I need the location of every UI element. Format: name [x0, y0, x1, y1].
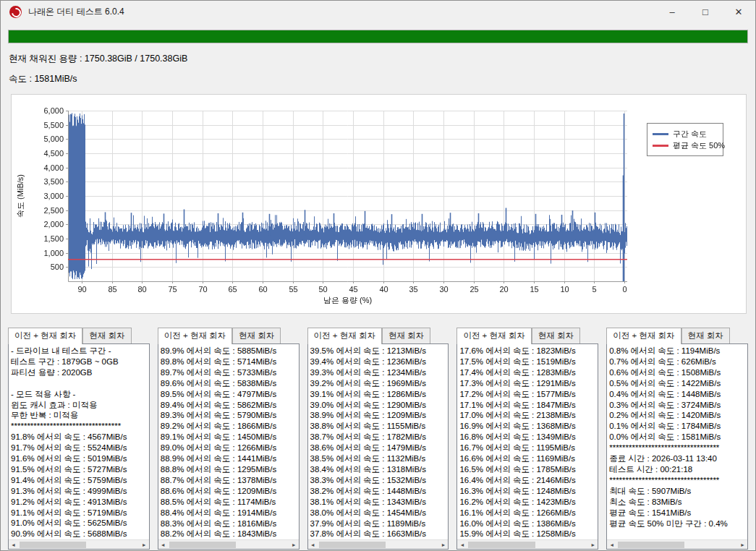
list-row[interactable]: 17.0% 에서의 속도 : 2138MiB/s — [459, 410, 598, 421]
list-row[interactable]: 파티션 용량 : 2020GB — [11, 367, 149, 378]
list-row[interactable]: 89.6% 에서의 속도 : 5838MiB/s — [161, 378, 299, 389]
list-row[interactable]: 테스트 시간 : 00:21:18 — [609, 464, 747, 475]
list-row[interactable]: 91.8% 에서의 속도 : 4567MiB/s — [11, 432, 149, 443]
list-row[interactable]: 16.4% 에서의 속도 : 2146MiB/s — [459, 475, 598, 486]
list-row[interactable]: 17.2% 에서의 속도 : 1577MiB/s — [459, 389, 598, 400]
list-row[interactable]: 17.4% 에서의 속도 : 1283MiB/s — [459, 367, 598, 378]
result-listbox[interactable]: 17.6% 에서의 속도 : 1823MiB/s17.5% 에서의 속도 : 1… — [456, 343, 598, 550]
list-row[interactable]: 16.8% 에서의 속도 : 1349MiB/s — [459, 432, 598, 443]
list-row[interactable]: 88.8% 에서의 속도 : 1295MiB/s — [161, 464, 299, 475]
list-row[interactable]: 38.7% 에서의 속도 : 1782MiB/s — [310, 432, 449, 443]
maximize-button[interactable]: □ — [689, 1, 722, 22]
scrollbar-thumb[interactable] — [319, 542, 386, 548]
list-row[interactable]: 15.9% 에서의 속도 : 1258MiB/s — [459, 529, 598, 539]
scrollbar-thumb[interactable] — [20, 542, 86, 548]
list-row[interactable]: 17.5% 에서의 속도 : 1519MiB/s — [459, 356, 598, 367]
list-row[interactable]: 17.3% 에서의 속도 : 1291MiB/s — [459, 378, 598, 389]
list-row[interactable]: 89.9% 에서의 속도 : 5885MiB/s — [161, 346, 299, 356]
list-row[interactable]: 38.0% 에서의 속도 : 1454MiB/s — [310, 508, 449, 518]
list-row[interactable]: 91.2% 에서의 속도 : 4913MiB/s — [11, 497, 149, 508]
list-row[interactable]: 0.3% 에서의 속도 : 3724MiB/s — [609, 400, 747, 411]
list-row[interactable]: 39.3% 에서의 속도 : 1234MiB/s — [310, 367, 449, 378]
list-row[interactable]: 0.8% 에서의 속도 : 1194MiB/s — [609, 346, 747, 356]
list-row[interactable]: 16.3% 에서의 속도 : 1248MiB/s — [459, 486, 598, 497]
list-row[interactable]: 89.3% 에서의 속도 : 5790MiB/s — [161, 410, 299, 421]
list-row[interactable]: 16.0% 에서의 속도 : 1386MiB/s — [459, 518, 598, 529]
list-row[interactable]: 38.6% 에서의 속도 : 1479MiB/s — [310, 443, 449, 453]
list-row[interactable]: 16.5% 에서의 속도 : 1785MiB/s — [459, 464, 598, 475]
tab-previous-plus-current[interactable]: 이전 + 현재 회차 — [158, 328, 232, 344]
tab-current[interactable]: 현재 회차 — [82, 328, 131, 343]
list-row[interactable]: 38.4% 에서의 속도 : 1318MiB/s — [310, 464, 449, 475]
list-row[interactable]: 평균 속도 : 1541MiB/s — [609, 508, 747, 518]
list-row[interactable]: 38.5% 에서의 속도 : 1132MiB/s — [310, 453, 449, 464]
close-button[interactable]: ✕ — [722, 1, 755, 22]
list-row[interactable]: 0.2% 에서의 속도 : 1420MiB/s — [609, 410, 747, 421]
list-row[interactable]: 평균 속도 50% 미만 구간 : 0.4% — [609, 518, 747, 529]
list-row[interactable]: - 모드 적용 사항 - — [11, 389, 149, 400]
result-listbox[interactable]: 89.9% 에서의 속도 : 5885MiB/s89.8% 에서의 속도 : 5… — [158, 343, 300, 550]
list-row[interactable]: 88.5% 에서의 속도 : 1174MiB/s — [161, 497, 299, 508]
list-row[interactable]: 16.6% 에서의 속도 : 1169MiB/s — [459, 453, 598, 464]
list-row[interactable]: 16.2% 에서의 속도 : 1423MiB/s — [459, 497, 598, 508]
scroll-left-icon[interactable]: ◄ — [457, 540, 467, 550]
list-row[interactable]: 88.3% 에서의 속도 : 1816MiB/s — [161, 518, 299, 529]
list-row[interactable]: 91.0% 에서의 속도 : 5625MiB/s — [11, 518, 149, 529]
scrollbar-thumb[interactable] — [618, 542, 684, 548]
scrollbar-thumb[interactable] — [468, 542, 535, 548]
list-row[interactable]: 38.2% 에서의 속도 : 1448MiB/s — [310, 486, 449, 497]
list-row[interactable]: ********************************** — [609, 475, 747, 486]
list-row[interactable]: 88.7% 에서의 속도 : 1378MiB/s — [161, 475, 299, 486]
list-row[interactable]: 37.9% 에서의 속도 : 1189MiB/s — [310, 518, 449, 529]
list-row[interactable]: 89.1% 에서의 속도 : 1450MiB/s — [161, 432, 299, 443]
list-row[interactable]: 종료 시간 : 2026-03-11 13:40 — [609, 453, 747, 464]
list-row[interactable]: 89.4% 에서의 속도 : 5862MiB/s — [161, 400, 299, 411]
list-row[interactable]: 89.8% 에서의 속도 : 5714MiB/s — [161, 356, 299, 367]
minimize-button[interactable]: – — [655, 1, 689, 22]
scroll-right-icon[interactable]: ► — [289, 540, 299, 550]
tab-current[interactable]: 현재 회차 — [232, 328, 281, 343]
list-row[interactable]: 39.4% 에서의 속도 : 1236MiB/s — [310, 356, 449, 367]
list-row[interactable]: 91.6% 에서의 속도 : 5019MiB/s — [11, 453, 149, 464]
list-row[interactable]: 최소 속도 : 83MiB/s — [609, 497, 747, 508]
list-row[interactable]: 89.5% 에서의 속도 : 4797MiB/s — [161, 389, 299, 400]
list-row[interactable]: 39.1% 에서의 속도 : 1286MiB/s — [310, 389, 449, 400]
list-row[interactable]: 0.5% 에서의 속도 : 1422MiB/s — [609, 378, 747, 389]
scroll-left-icon[interactable]: ◄ — [158, 540, 168, 550]
list-row[interactable]: 88.6% 에서의 속도 : 1209MiB/s — [161, 486, 299, 497]
tab-previous-plus-current[interactable]: 이전 + 현재 회차 — [8, 328, 82, 344]
list-row[interactable]: 0.0% 에서의 속도 : 1581MiB/s — [609, 432, 747, 443]
result-listbox[interactable]: 39.5% 에서의 속도 : 1213MiB/s39.4% 에서의 속도 : 1… — [307, 343, 449, 550]
horizontal-scrollbar[interactable]: ◄ ► — [607, 539, 747, 549]
list-row[interactable]: 88.4% 에서의 속도 : 1914MiB/s — [161, 508, 299, 518]
tab-previous-plus-current[interactable]: 이전 + 현재 회차 — [456, 328, 531, 344]
tab-previous-plus-current[interactable]: 이전 + 현재 회차 — [606, 328, 681, 344]
list-row[interactable]: 38.3% 에서의 속도 : 1532MiB/s — [310, 475, 449, 486]
list-row[interactable]: 91.3% 에서의 속도 : 4999MiB/s — [11, 486, 149, 497]
list-row[interactable]: 89.7% 에서의 속도 : 5733MiB/s — [161, 367, 299, 378]
scroll-left-icon[interactable]: ◄ — [607, 540, 616, 550]
list-row[interactable]: 17.1% 에서의 속도 : 1847MiB/s — [459, 400, 598, 411]
list-row[interactable]: 39.5% 에서의 속도 : 1213MiB/s — [310, 346, 449, 356]
tab-current[interactable]: 현재 회차 — [681, 328, 730, 343]
scrollbar-thumb[interactable] — [169, 542, 236, 548]
list-row[interactable]: 38.8% 에서의 속도 : 1155MiB/s — [310, 421, 449, 432]
scroll-left-icon[interactable]: ◄ — [308, 540, 318, 550]
list-row[interactable]: 91.5% 에서의 속도 : 5727MiB/s — [11, 464, 149, 475]
list-row[interactable]: 88.9% 에서의 속도 : 1441MiB/s — [161, 453, 299, 464]
list-row[interactable]: 16.1% 에서의 속도 : 1266MiB/s — [459, 508, 598, 518]
list-row[interactable]: 39.0% 에서의 속도 : 1290MiB/s — [310, 400, 449, 411]
horizontal-scrollbar[interactable]: ◄ ► — [9, 539, 149, 549]
list-row[interactable]: 0.6% 에서의 속도 : 1508MiB/s — [609, 367, 747, 378]
list-row[interactable]: 38.1% 에서의 속도 : 1343MiB/s — [310, 497, 449, 508]
scroll-right-icon[interactable]: ► — [140, 540, 149, 550]
list-row[interactable]: 39.2% 에서의 속도 : 1969MiB/s — [310, 378, 449, 389]
list-row[interactable]: 37.8% 에서의 속도 : 1663MiB/s — [310, 529, 449, 539]
scroll-right-icon[interactable]: ► — [588, 540, 598, 550]
list-row[interactable]: 89.0% 에서의 속도 : 1266MiB/s — [161, 443, 299, 453]
tab-previous-plus-current[interactable]: 이전 + 현재 회차 — [307, 328, 382, 344]
list-row[interactable]: 무한 반복 : 미적용 — [11, 410, 149, 421]
list-row[interactable]: 91.4% 에서의 속도 : 5759MiB/s — [11, 475, 149, 486]
scroll-left-icon[interactable]: ◄ — [9, 540, 18, 550]
result-listbox[interactable]: 0.8% 에서의 속도 : 1194MiB/s0.7% 에서의 속도 : 626… — [606, 343, 748, 550]
